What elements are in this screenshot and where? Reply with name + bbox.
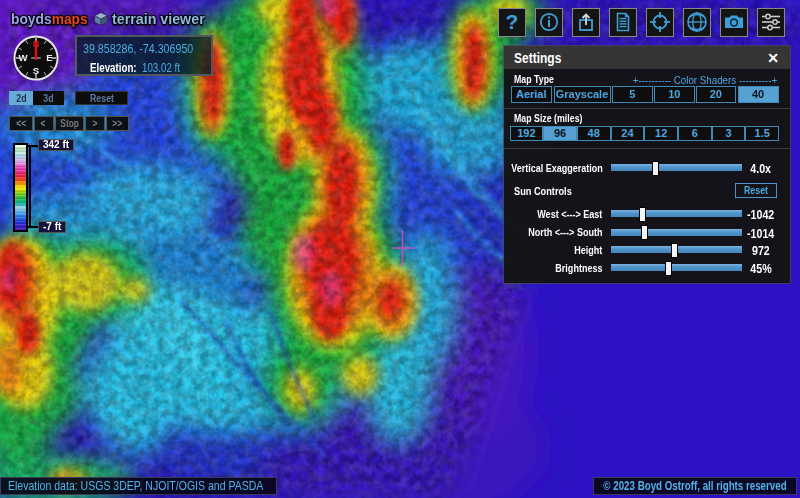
svg-text:W: W	[19, 52, 29, 63]
svg-text:E: E	[46, 52, 53, 63]
svg-text:S: S	[33, 65, 40, 76]
